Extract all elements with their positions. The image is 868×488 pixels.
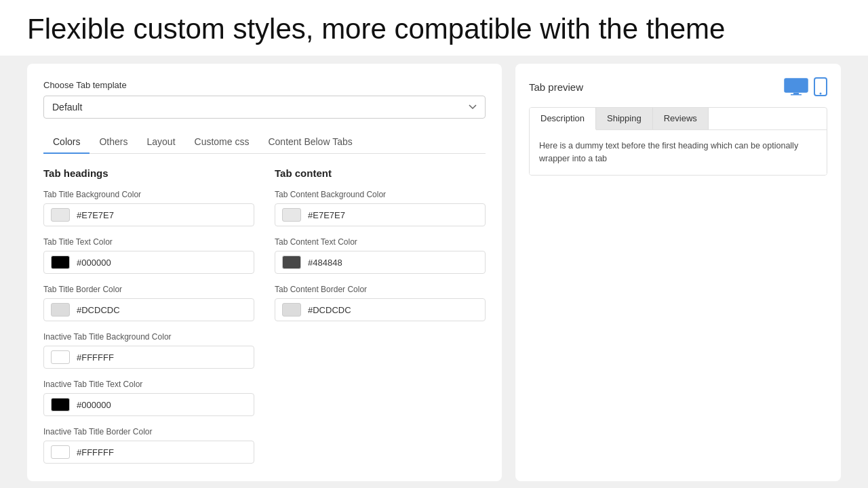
tab-colors[interactable]: Colors (43, 131, 90, 154)
inactive-title-bg-field: Inactive Tab Title Background Color #FFF… (43, 332, 254, 369)
page-header: Flexible custom styles, more compatible … (0, 0, 868, 56)
preview-text: Here is a dummy text before the first he… (539, 140, 817, 165)
preview-content: Here is a dummy text before the first he… (530, 130, 827, 175)
inactive-title-text-label: Inactive Tab Title Text Color (43, 380, 254, 389)
inactive-title-text-input[interactable]: #000000 (43, 393, 254, 416)
mobile-icon[interactable] (814, 77, 827, 96)
tab-title-border-field: Tab Title Border Color #DCDCDC (43, 285, 254, 321)
inactive-title-text-value: #000000 (77, 400, 111, 410)
preview-tab-description[interactable]: Description (530, 108, 596, 130)
tab-headings-title: Tab headings (43, 167, 254, 179)
tab-title-bg-label: Tab Title Background Color (43, 190, 254, 199)
preview-box: Description Shipping Reviews Here is a d… (529, 107, 827, 176)
tab-layout[interactable]: Layout (137, 131, 184, 154)
tab-title-border-value: #DCDCDC (77, 305, 120, 315)
tab-title-border-input[interactable]: #DCDCDC (43, 298, 254, 321)
tab-title-text-value: #000000 (77, 258, 111, 268)
content-border-input[interactable]: #DCDCDC (275, 298, 486, 321)
desktop-icon[interactable] (784, 78, 808, 96)
content-border-label: Tab Content Border Color (275, 285, 486, 294)
content-text-field: Tab Content Text Color #484848 (275, 237, 486, 274)
tab-title-text-field: Tab Title Text Color #000000 (43, 237, 254, 274)
content-bg-field: Tab Content Background Color #E7E7E7 (275, 190, 486, 226)
tabs-nav: Colors Others Layout Custome css Content… (43, 131, 486, 154)
tab-title-bg-value: #E7E7E7 (77, 210, 114, 220)
inactive-title-border-label: Inactive Tab Title Border Color (43, 427, 254, 436)
content-border-field: Tab Content Border Color #DCDCDC (275, 285, 486, 321)
inactive-title-bg-label: Inactive Tab Title Background Color (43, 332, 254, 342)
tab-title-bg-swatch (51, 208, 70, 222)
color-sections: Tab headings Tab Title Background Color … (43, 167, 486, 474)
svg-point-4 (820, 93, 822, 95)
content-bg-swatch (282, 208, 301, 222)
tab-content-title: Tab content (275, 167, 486, 179)
template-select[interactable]: Default Modern Classic Minimal (43, 96, 486, 119)
inactive-title-bg-swatch (51, 350, 70, 364)
template-label: Choose Tab template (43, 80, 486, 90)
preview-title: Tab preview (529, 81, 583, 93)
inactive-title-border-swatch (51, 445, 70, 459)
inactive-title-text-swatch (51, 398, 70, 411)
tab-custom-css[interactable]: Custome css (185, 131, 259, 154)
preview-tab-reviews[interactable]: Reviews (653, 108, 709, 129)
preview-tabs: Description Shipping Reviews (530, 108, 827, 130)
inactive-title-border-field: Inactive Tab Title Border Color #FFFFFF (43, 427, 254, 464)
content-bg-input[interactable]: #E7E7E7 (275, 203, 486, 226)
preview-tab-shipping[interactable]: Shipping (596, 108, 653, 129)
tab-title-border-label: Tab Title Border Color (43, 285, 254, 294)
preview-header: Tab preview (529, 77, 827, 96)
svg-rect-2 (791, 94, 802, 96)
tab-headings-section: Tab headings Tab Title Background Color … (43, 167, 254, 474)
tab-title-text-input[interactable]: #000000 (43, 251, 254, 274)
tab-title-text-label: Tab Title Text Color (43, 237, 254, 247)
tab-others[interactable]: Others (90, 131, 137, 154)
inactive-title-border-input[interactable]: #FFFFFF (43, 441, 254, 464)
page-title: Flexible custom styles, more compatible … (27, 12, 841, 46)
svg-rect-0 (785, 79, 808, 92)
left-panel: Choose Tab template Default Modern Class… (27, 64, 502, 481)
content-text-label: Tab Content Text Color (275, 237, 486, 247)
tab-title-bg-input[interactable]: #E7E7E7 (43, 203, 254, 226)
right-panel: Tab preview Description Shipping Reviews (515, 64, 841, 481)
tab-title-bg-field: Tab Title Background Color #E7E7E7 (43, 190, 254, 226)
content-border-value: #DCDCDC (308, 305, 351, 315)
tab-content-section: Tab content Tab Content Background Color… (275, 167, 486, 474)
tab-title-border-swatch (51, 303, 70, 317)
content-text-input[interactable]: #484848 (275, 251, 486, 274)
main-content: Choose Tab template Default Modern Class… (0, 56, 868, 481)
preview-icons (784, 77, 827, 96)
inactive-title-bg-input[interactable]: #FFFFFF (43, 346, 254, 369)
inactive-title-bg-value: #FFFFFF (77, 352, 114, 363)
content-border-swatch (282, 303, 301, 317)
content-text-swatch (282, 256, 301, 269)
content-bg-value: #E7E7E7 (308, 210, 345, 220)
content-bg-label: Tab Content Background Color (275, 190, 486, 199)
inactive-title-text-field: Inactive Tab Title Text Color #000000 (43, 380, 254, 416)
tab-content-below[interactable]: Content Below Tabs (258, 131, 361, 154)
content-text-value: #484848 (308, 258, 342, 268)
inactive-title-border-value: #FFFFFF (77, 447, 114, 458)
tab-title-text-swatch (51, 256, 70, 269)
